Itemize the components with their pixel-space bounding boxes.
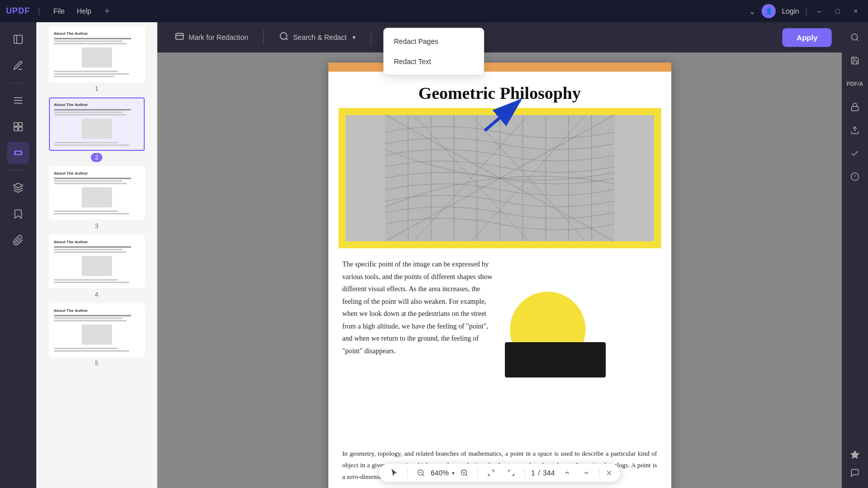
menu-file[interactable]: File (48, 5, 70, 17)
page-top-bar (328, 63, 671, 68)
svg-line-29 (422, 474, 424, 476)
toolbar-sep-3 (525, 468, 525, 478)
sidebar-divider-1 (8, 83, 28, 83)
zoom-out-button[interactable] (414, 467, 428, 479)
content-area: Mark for Redaction Search & Redact ▾ Pro… (157, 22, 842, 488)
thumbnail-item-5[interactable]: About The Author 5 (40, 303, 153, 368)
svg-line-36 (856, 39, 858, 40)
thumb-number-3: 3 (91, 222, 102, 231)
maximize-button[interactable]: □ (831, 5, 843, 17)
search-redact-icon (279, 31, 289, 44)
toolbar-sep-2 (478, 468, 478, 478)
svg-rect-5 (14, 123, 18, 126)
thumbnail-card-4[interactable]: About The Author (49, 235, 145, 288)
toolbar-separator-1 (263, 30, 264, 45)
right-sidebar: PDF/A (842, 22, 868, 488)
app-logo: UPDF (6, 7, 30, 16)
zoom-in-button[interactable] (457, 467, 472, 479)
close-toolbar-button[interactable]: ✕ (606, 468, 612, 478)
thumbnail-card-1[interactable]: About The Author (49, 26, 145, 82)
right-sidebar-bottom (846, 446, 864, 482)
thumb-lines-4 (54, 246, 140, 283)
current-page: 1 (531, 469, 535, 477)
thumb-title-1: About The Author (54, 31, 140, 36)
zoom-dropdown-icon[interactable]: ▾ (452, 470, 454, 476)
svg-line-32 (466, 474, 468, 476)
search-redact-button[interactable]: Search & Redact ▾ (272, 27, 363, 48)
svg-marker-42 (850, 450, 859, 459)
sidebar-icon-layers[interactable] (7, 177, 29, 199)
redact-text-item[interactable]: Redact Text (384, 51, 484, 72)
menu-help[interactable]: Help (72, 5, 96, 17)
thumbnail-card-5[interactable]: About The Author (49, 303, 145, 357)
right-chat-icon[interactable] (846, 464, 864, 482)
right-secure-icon[interactable] (846, 98, 864, 116)
thumbnail-panel: About The Author 1 About The Author (36, 22, 157, 488)
fit-width-button[interactable] (504, 467, 518, 479)
thumb-number-1: 1 (91, 84, 102, 93)
titlebar: UPDF | File Help + ⌄ 👤 Login | – □ × (0, 0, 868, 22)
mark-redaction-icon (175, 31, 185, 44)
page-navigation: 1 / 344 (531, 469, 555, 477)
thumbnail-item-3[interactable]: About The Author 3 (40, 166, 153, 231)
chevron-down-icon[interactable]: ⌄ (749, 7, 756, 16)
apply-button[interactable]: Apply (782, 28, 832, 47)
search-redact-chevron-icon: ▾ (353, 34, 356, 41)
main-layout: About The Author 1 About The Author (0, 22, 868, 488)
sidebar-icon-attach[interactable] (7, 229, 29, 251)
thumb-number-5: 5 (91, 359, 102, 368)
thumbnail-item-2[interactable]: About The Author 2 (40, 97, 153, 162)
close-button[interactable]: × (850, 5, 862, 17)
thumb-number-4: 4 (91, 290, 102, 299)
zoom-level: 640% (431, 469, 449, 477)
thumbnail-card-2[interactable]: About The Author (49, 97, 145, 151)
minimize-button[interactable]: – (814, 5, 826, 17)
svg-rect-6 (19, 123, 22, 126)
next-page-button[interactable] (580, 467, 593, 478)
thumb-title-5: About The Author (54, 308, 140, 313)
header-orange-bar (328, 68, 671, 72)
right-search-icon[interactable] (846, 28, 864, 46)
login-button[interactable]: Login (782, 7, 799, 15)
arrow-pointer (475, 90, 535, 143)
search-redact-dropdown: Redact Pages Redact Text (383, 28, 484, 75)
sidebar-icon-pages[interactable] (7, 116, 29, 138)
right-star-icon[interactable] (846, 446, 864, 464)
sidebar-icon-reader[interactable] (7, 28, 29, 50)
titlebar-separator: | (38, 7, 40, 16)
right-pdfa-icon[interactable]: PDF/A (846, 75, 864, 93)
thumb-title-3: About The Author (54, 171, 140, 176)
toolbar: Mark for Redaction Search & Redact ▾ Pro… (157, 22, 842, 52)
mark-for-redaction-button[interactable]: Mark for Redaction (167, 27, 255, 48)
cursor-tool-button[interactable] (387, 467, 401, 479)
thumbnail-card-3[interactable]: About The Author (49, 166, 145, 220)
toolbar-sep-1 (407, 468, 408, 478)
prev-page-button[interactable] (561, 467, 574, 478)
mark-for-redaction-label: Mark for Redaction (189, 33, 248, 41)
right-save-icon[interactable] (846, 51, 864, 70)
svg-rect-7 (14, 127, 18, 131)
fit-page-button[interactable] (484, 467, 498, 479)
sidebar-icon-list[interactable] (7, 89, 29, 112)
thumb-title-2: About The Author (54, 102, 140, 107)
left-sidebar (0, 22, 36, 488)
page-separator: / (538, 469, 540, 477)
sidebar-icon-redact[interactable] (7, 142, 29, 164)
two-col-section: The specific point of the image can be e… (328, 248, 671, 367)
right-check-icon[interactable] (846, 144, 864, 162)
thumbnail-item-1[interactable]: About The Author 1 (40, 26, 153, 93)
right-share-icon[interactable] (846, 121, 864, 139)
thumbnail-item-4[interactable]: About The Author 4 (40, 235, 153, 299)
sidebar-icon-annotate[interactable] (7, 55, 29, 77)
right-save2-icon[interactable] (846, 168, 864, 186)
col-right (505, 258, 657, 357)
pdf-viewer[interactable]: Geometric Philosophy (157, 52, 842, 488)
total-pages: 344 (543, 469, 555, 477)
sidebar-icon-bookmark[interactable] (7, 203, 29, 225)
pdf-page: Geometric Philosophy (328, 63, 671, 488)
titlebar-divider: | (805, 7, 807, 16)
zoom-controls: 640% ▾ (414, 467, 472, 479)
thumb-lines-3 (54, 178, 140, 214)
redact-pages-item[interactable]: Redact Pages (384, 31, 484, 51)
new-tab-button[interactable]: + (104, 6, 110, 17)
